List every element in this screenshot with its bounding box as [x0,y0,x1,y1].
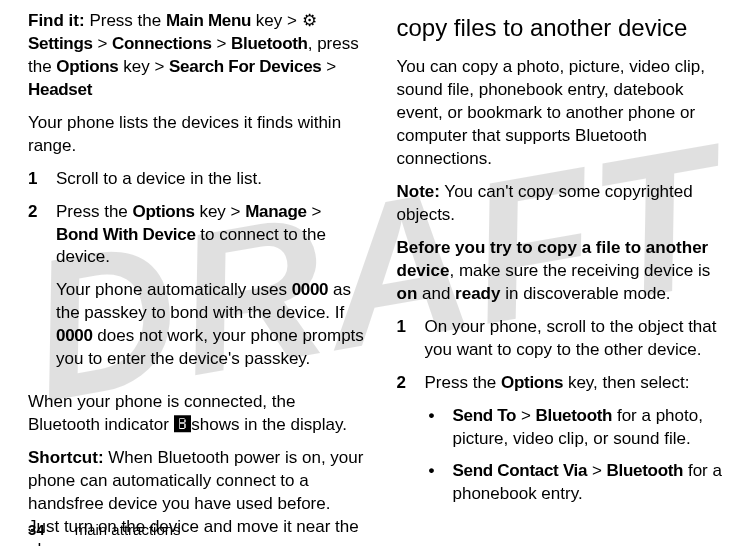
gt: > [307,202,322,221]
options-key: Options [133,202,195,221]
step-number: 2 [28,201,42,382]
para-copy-intro: You can copy a photo, picture, video cli… [397,56,734,171]
bullet-icon: • [425,405,439,451]
find-it-label: Find it: [28,11,85,30]
options-key: Options [56,57,118,76]
note-label: Note: [397,182,440,201]
bluetooth-item: Bluetooth [536,406,613,425]
bullet-body: Send To > Bluetooth for a photo, picture… [453,405,734,451]
step-number: 1 [397,316,411,362]
gt: > [212,34,231,53]
main-menu-key: Main Menu [166,11,251,30]
bluetooth-icon: 🅱 [174,414,187,437]
settings-icon: ⚙ [302,10,315,33]
para-note: Note: You can't copy some copyrighted ob… [397,181,734,227]
text: Press the [89,11,166,30]
section-heading: copy files to another device [397,12,734,44]
step-2-line1: Press the Options key > Manage > Bond Wi… [56,201,365,270]
options-key: Options [501,373,563,392]
on-label: on [397,284,418,303]
step-body: Press the Options key > Manage > Bond Wi… [56,201,365,382]
settings-item: Settings [28,34,93,53]
step-1: 1 On your phone, scroll to the object th… [397,316,734,362]
manage-item: Manage [245,202,307,221]
send-contact-via-item: Send Contact Via [453,461,588,480]
connections-item: Connections [112,34,212,53]
gt: > [587,461,606,480]
find-it-line: Find it: Press the Main Menu key > ⚙ Set… [28,10,365,102]
send-to-item: Send To [453,406,517,425]
gt: > [516,406,535,425]
para-phone-lists: Your phone lists the devices it finds wi… [28,112,365,158]
bluetooth-item: Bluetooth [607,461,684,480]
gt: > [321,57,336,76]
step-2: 2 Press the Options key, then select: [397,372,734,395]
step-1: 1 Scroll to a device in the list. [28,168,365,191]
bullet-icon: • [425,460,439,506]
text: Your phone automatically uses [56,280,292,299]
step-body: On your phone, scroll to the object that… [425,316,734,362]
headset-item: Headset [28,80,92,99]
text: in discoverable mode. [500,284,670,303]
step-number: 1 [28,168,42,191]
text: You can't copy some copyrighted objects. [397,182,693,224]
passkey-0000: 0000 [56,326,93,345]
text: Press the [56,202,133,221]
ready-label: ready [455,284,500,303]
step-number: 2 [397,372,411,395]
search-devices-item: Search For Devices [169,57,321,76]
text: key > [195,202,246,221]
step-body: Press the Options key, then select: [425,372,734,395]
left-column: Find it: Press the Main Menu key > ⚙ Set… [28,10,365,536]
bullet-body: Send Contact Via > Bluetooth for a phone… [453,460,734,506]
text: Press the [425,373,502,392]
bluetooth-item: Bluetooth [231,34,308,53]
text: and [417,284,455,303]
para-before: Before you try to copy a file to another… [397,237,734,306]
gt: > [93,34,112,53]
bullet-2: • Send Contact Via > Bluetooth for a pho… [397,460,734,506]
right-column: copy files to another device You can cop… [397,10,734,536]
step-2-line2: Your phone automatically uses 0000 as th… [56,279,365,371]
para-shortcut: Shortcut: When Bluetooth power is on, yo… [28,447,365,546]
text: shows in the display. [187,415,347,434]
text: , make sure the receiving device is [449,261,710,280]
shortcut-label: Shortcut: [28,448,104,467]
bond-with-device-item: Bond With Device [56,225,196,244]
para-bt-indicator: When your phone is connected, the Blueto… [28,391,365,437]
bullet-1: • Send To > Bluetooth for a photo, pictu… [397,405,734,451]
passkey-0000: 0000 [292,280,329,299]
text: does not work, your phone prompts you to… [56,326,364,368]
text: key, then select: [563,373,689,392]
page-content: Find it: Press the Main Menu key > ⚙ Set… [0,0,753,546]
text: key > [251,11,302,30]
step-body: Scroll to a device in the list. [56,168,365,191]
step-2: 2 Press the Options key > Manage > Bond … [28,201,365,382]
text: key > [118,57,169,76]
